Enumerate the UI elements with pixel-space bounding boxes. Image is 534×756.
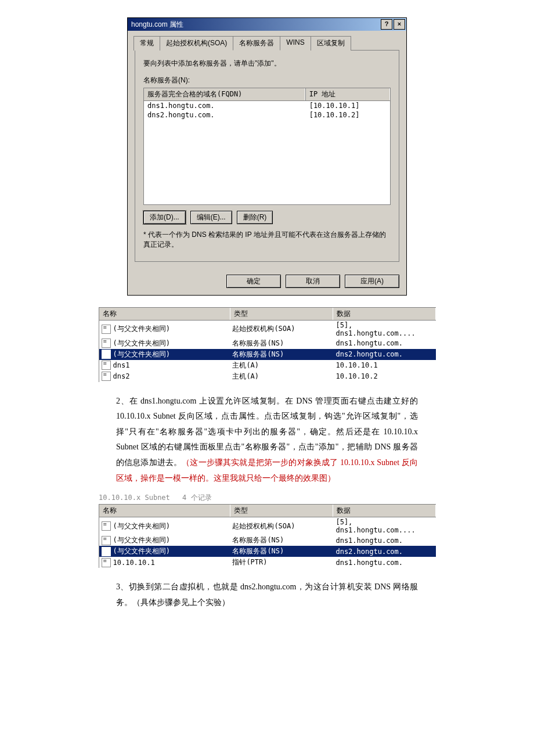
record-icon	[102, 372, 111, 381]
record-data: dns1.hongtu.com.	[332, 536, 435, 545]
record-type: 指针(PTR)	[229, 557, 332, 568]
record-name: (与父文件夹相同)	[113, 324, 170, 334]
close-icon[interactable]: ×	[394, 19, 405, 30]
ns-fqdn: dns2.hongtu.com.	[144, 110, 306, 120]
table-row[interactable]: (与父文件夹相同)名称服务器(NS)dns2.hongtu.com.	[99, 349, 436, 360]
record-type: 名称服务器(NS)	[229, 546, 332, 557]
record-name: 10.10.10.1	[113, 559, 155, 567]
name-server-list[interactable]: 服务器完全合格的域名(FQDN) IP 地址 dns1.hongtu.com. …	[143, 88, 391, 205]
record-data: [5], dns1.hongtu.com....	[332, 321, 435, 338]
record-name: (与父文件夹相同)	[113, 535, 170, 545]
add-button[interactable]: 添加(D)...	[143, 211, 186, 224]
paragraph-step-2: 2、在 dns1.hongtu.com 上设置允许区域复制。在 DNS 管理页面…	[116, 394, 418, 487]
record-type: 起始授权机构(SOA)	[229, 521, 332, 532]
table-row[interactable]: 10.10.10.1指针(PTR)dns1.hongtu.com.	[99, 557, 436, 568]
col-fqdn: 服务器完全合格的域名(FQDN)	[144, 88, 305, 100]
ns-ip: [10.10.10.2]	[306, 110, 390, 120]
titlebar: hongtu.com 属性 ? ×	[128, 18, 406, 31]
col-data: 数据	[333, 505, 436, 517]
record-data: dns1.hongtu.com.	[332, 339, 435, 348]
edit-button[interactable]: 编辑(E)...	[190, 211, 232, 224]
records-pane-1: 名称 类型 数据 (与父文件夹相同)起始授权机构(SOA)[5], dns1.h…	[99, 307, 436, 382]
col-type: 类型	[230, 505, 333, 517]
tab-wins[interactable]: WINS	[280, 36, 311, 51]
table-row[interactable]: (与父文件夹相同)名称服务器(NS)dns1.hongtu.com.	[99, 338, 436, 349]
record-data: dns1.hongtu.com.	[332, 558, 435, 567]
col-data: 数据	[333, 308, 436, 320]
table-row[interactable]: dns1主机(A)10.10.10.1	[99, 360, 436, 371]
records-pane-2: 名称 类型 数据 (与父文件夹相同)起始授权机构(SOA)[5], dns1.h…	[99, 504, 436, 568]
records-pane-2-title: 10.10.10.x Subnet 4 个记录	[96, 492, 438, 504]
record-type: 名称服务器(NS)	[229, 535, 332, 546]
window-title: hongtu.com 属性	[131, 20, 183, 30]
ns-row[interactable]: dns2.hongtu.com. [10.10.10.2]	[144, 110, 390, 120]
ns-list-label: 名称服务器(N):	[143, 75, 391, 85]
record-icon	[102, 558, 111, 567]
col-ip: IP 地址	[305, 88, 390, 100]
ns-row[interactable]: dns1.hongtu.com. [10.10.10.1]	[144, 101, 390, 110]
record-name: (与父文件夹相同)	[113, 521, 170, 531]
zone-name: 10.10.10.x Subnet	[99, 494, 170, 502]
record-icon	[102, 361, 111, 370]
record-icon	[102, 521, 111, 531]
record-data: dns2.hongtu.com.	[332, 547, 435, 556]
footnote: * 代表一个作为 DNS 检索结果的 IP 地址并且可能不代表在这台服务器上存储…	[143, 230, 391, 250]
record-data: 10.10.10.2	[332, 372, 435, 381]
record-name: dns1	[113, 361, 130, 369]
record-name: dns2	[113, 372, 130, 380]
col-name: 名称	[99, 505, 230, 517]
record-name: (与父文件夹相同)	[113, 546, 170, 556]
tab-zone-transfer[interactable]: 区域复制	[311, 36, 351, 51]
table-row[interactable]: (与父文件夹相同)名称服务器(NS)dns1.hongtu.com.	[99, 535, 436, 546]
record-icon	[102, 350, 111, 359]
record-icon	[102, 547, 111, 556]
record-data: 10.10.10.1	[332, 361, 435, 370]
tabs: 常规 起始授权机构(SOA) 名称服务器 WINS 区域复制	[134, 35, 399, 50]
help-icon[interactable]: ?	[381, 19, 392, 30]
record-name: (与父文件夹相同)	[113, 339, 170, 348]
records-header: 名称 类型 数据	[99, 307, 436, 321]
record-data: dns2.hongtu.com.	[332, 350, 435, 359]
dialog-footer: 确定 取消 应用(A)	[128, 269, 406, 295]
record-type: 主机(A)	[229, 371, 332, 382]
record-icon	[102, 536, 111, 545]
ns-fqdn: dns1.hongtu.com.	[144, 101, 306, 110]
record-icon	[102, 325, 111, 334]
remove-button[interactable]: 删除(R)	[237, 211, 273, 224]
col-type: 类型	[230, 308, 333, 320]
para1-text: 2、在 dns1.hongtu.com 上设置允许区域复制。在 DNS 管理页面…	[116, 397, 418, 467]
record-name: (与父文件夹相同)	[113, 350, 170, 359]
record-type: 起始授权机构(SOA)	[229, 323, 332, 334]
record-count: 4 个记录	[182, 494, 211, 502]
tab-content: 要向列表中添加名称服务器，请单击"添加"。 名称服务器(N): 服务器完全合格的…	[135, 50, 399, 262]
instruction-text: 要向列表中添加名称服务器，请单击"添加"。	[143, 59, 391, 69]
tab-general[interactable]: 常规	[134, 36, 160, 51]
paragraph-step-3: 3、切换到第二台虚拟机，也就是 dns2.hongtu.com，为这台计算机安装…	[116, 579, 418, 610]
records-header: 名称 类型 数据	[99, 504, 436, 517]
ns-ip: [10.10.10.1]	[306, 101, 390, 110]
table-row[interactable]: dns2主机(A)10.10.10.2	[99, 371, 436, 382]
apply-button[interactable]: 应用(A)	[345, 275, 399, 288]
record-type: 名称服务器(NS)	[229, 338, 332, 349]
ok-button[interactable]: 确定	[226, 275, 281, 288]
cancel-button[interactable]: 取消	[286, 275, 340, 288]
record-type: 名称服务器(NS)	[229, 349, 332, 360]
record-type: 主机(A)	[229, 360, 332, 371]
record-data: [5], dns1.hongtu.com....	[332, 517, 435, 535]
titlebar-icons: ? ×	[381, 19, 405, 30]
ns-list-header: 服务器完全合格的域名(FQDN) IP 地址	[144, 88, 390, 101]
properties-dialog: hongtu.com 属性 ? × 常规 起始授权机构(SOA) 名称服务器 W…	[127, 17, 407, 296]
tab-name-servers[interactable]: 名称服务器	[233, 36, 280, 51]
table-row[interactable]: (与父文件夹相同)起始授权机构(SOA)[5], dns1.hongtu.com…	[99, 517, 436, 535]
tab-soa[interactable]: 起始授权机构(SOA)	[160, 36, 233, 51]
table-row[interactable]: (与父文件夹相同)起始授权机构(SOA)[5], dns1.hongtu.com…	[99, 321, 436, 338]
col-name: 名称	[99, 308, 230, 320]
table-row[interactable]: (与父文件夹相同)名称服务器(NS)dns2.hongtu.com.	[99, 546, 436, 557]
record-icon	[102, 339, 111, 348]
